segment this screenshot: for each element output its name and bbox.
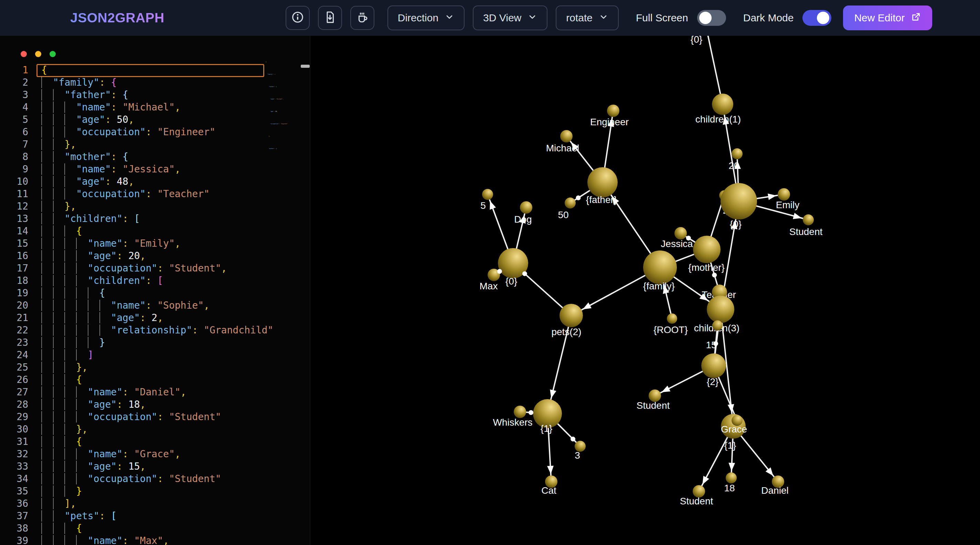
download-json-button[interactable] [318, 6, 342, 30]
line-number: 11 [0, 188, 41, 200]
code-line[interactable]: 16 "age": 20, [0, 250, 310, 262]
scrollbar-thumb[interactable] [301, 65, 310, 68]
code-line[interactable]: 11 "occupation": "Teacher" [0, 188, 310, 200]
code-line[interactable]: 33 "age": 15, [0, 460, 310, 473]
code-line[interactable]: 37 "pets": [ [0, 510, 310, 522]
rotate-dropdown[interactable]: rotate [556, 5, 619, 30]
edge-particle-dot [528, 410, 533, 415]
code-line[interactable]: 9 "name": "Jessica", [0, 163, 310, 175]
graph-node[interactable] [712, 320, 722, 330]
line-number: 23 [0, 337, 41, 349]
code-line: "father": { [266, 86, 300, 99]
minimap[interactable]: { "family": { "father": { "name": "Micha… [266, 61, 300, 151]
graph-node[interactable] [693, 236, 721, 263]
graph-node[interactable] [675, 227, 687, 240]
graph-node[interactable] [803, 215, 814, 226]
code-line[interactable]: 23 } [0, 337, 310, 349]
graph-node[interactable] [667, 313, 677, 324]
graph-node[interactable] [560, 130, 573, 143]
code-area[interactable]: 1{2 "family": {3 "father": {4 "name": "M… [0, 64, 310, 545]
line-number: 17 [0, 262, 41, 275]
graph-node[interactable] [707, 296, 734, 323]
window-maximize-dot[interactable] [49, 51, 56, 57]
graph-canvas[interactable]: 48Teacher {0}children(1)EngineerMichael{… [310, 36, 980, 545]
line-number: 14 [0, 225, 41, 237]
code-line[interactable]: 12 }, [0, 200, 310, 213]
code-line[interactable]: 1{ [0, 64, 310, 76]
code-line[interactable]: 36 ], [0, 497, 310, 510]
direction-dropdown-label: Direction [398, 12, 438, 24]
code-line[interactable]: 28 "age": 18, [0, 399, 310, 411]
edge-arrowhead-icon [582, 302, 592, 309]
graph-node[interactable] [560, 304, 583, 327]
edge-arrowhead-icon [547, 466, 554, 474]
code-line[interactable]: 8 "mother": { [0, 151, 310, 163]
chevron-down-icon [599, 12, 608, 24]
window-minimize-dot[interactable] [35, 51, 41, 57]
code-line[interactable]: 35 } [0, 485, 310, 497]
code-line[interactable]: 3 "father": { [0, 89, 310, 101]
code-line[interactable]: 22 "relationship": "Grandchild" [0, 324, 310, 337]
code-line[interactable]: 27 "name": "Daniel", [0, 386, 310, 399]
graph-node[interactable] [643, 251, 677, 284]
code-line[interactable]: 21 "age": 2, [0, 312, 310, 324]
code-line[interactable]: 25 }, [0, 361, 310, 373]
code-line[interactable]: 20 "name": "Sophie", [0, 299, 310, 312]
view-mode-dropdown[interactable]: 3D View [473, 5, 547, 30]
code-line[interactable]: 4 "name": "Michael", [0, 101, 310, 114]
graph-node-label: {family} [643, 281, 675, 291]
code-line[interactable]: 13 "children": [ [0, 213, 310, 225]
code-line[interactable]: 10 "age": 48, [0, 175, 310, 188]
dark-mode-toggle[interactable] [802, 10, 831, 26]
code-line[interactable]: 24 ] [0, 349, 310, 361]
code-line[interactable]: 14 { [0, 225, 310, 237]
code-line[interactable]: 6 "occupation": "Engineer" [0, 126, 310, 138]
edge-particle-dot [571, 437, 575, 442]
code-line[interactable]: 5 "age": 50, [0, 114, 310, 126]
code-line[interactable]: 26 { [0, 373, 310, 386]
line-number: 3 [0, 89, 41, 101]
code-line[interactable]: 31 { [0, 435, 310, 448]
edge-particle-dot [522, 271, 527, 276]
graph-node[interactable] [721, 183, 757, 219]
code-line[interactable]: 18 "children": [ [0, 275, 310, 287]
line-number: 19 [0, 287, 41, 299]
code-line[interactable]: 30 }, [0, 423, 310, 435]
graph-node[interactable] [520, 201, 532, 214]
graph-node[interactable] [587, 167, 618, 197]
code-line[interactable]: 15 "name": "Emily", [0, 237, 310, 250]
dark-mode-label: Dark Mode [743, 12, 794, 24]
graph-node[interactable] [514, 406, 526, 418]
full-screen-toggle[interactable] [697, 10, 726, 26]
navbar-icon-group [286, 6, 374, 30]
code-line[interactable]: 29 "occupation": "Student" [0, 411, 310, 423]
info-button[interactable] [286, 6, 310, 30]
code-line[interactable]: 34 "occupation": "Student" [0, 473, 310, 485]
code-line[interactable]: 2 "family": { [0, 76, 310, 89]
code-line: "occupation": "Engineer" [266, 123, 300, 135]
graph-node[interactable] [482, 189, 493, 200]
graph-node[interactable] [732, 148, 743, 159]
code-line[interactable]: 19 { [0, 287, 310, 299]
code-line[interactable]: 32 "name": "Grace", [0, 448, 310, 460]
code-line[interactable]: 39 "name": "Max", [0, 535, 310, 545]
window-close-dot[interactable] [21, 51, 27, 57]
line-number: 12 [0, 200, 41, 213]
graph-node[interactable] [778, 188, 790, 200]
code-line[interactable]: 7 }, [0, 138, 310, 151]
graph-node-label: {ROOT} [654, 324, 688, 335]
code-line[interactable]: 17 "occupation": "Student", [0, 262, 310, 275]
coffee-button[interactable] [350, 6, 374, 30]
line-number: 26 [0, 373, 41, 386]
graph-node[interactable] [565, 197, 576, 208]
code-line[interactable]: 38 { [0, 522, 310, 535]
direction-dropdown[interactable]: Direction [387, 5, 465, 30]
graph-node[interactable] [701, 353, 726, 378]
graph-node[interactable] [726, 472, 737, 483]
graph-node[interactable] [607, 105, 619, 117]
graph-node-label: Emily [776, 200, 799, 210]
graph-node[interactable] [712, 94, 733, 115]
line-number: 34 [0, 473, 41, 485]
json-editor-panel[interactable]: 1{2 "family": {3 "father": {4 "name": "M… [0, 36, 310, 545]
new-editor-button[interactable]: New Editor [843, 5, 932, 30]
